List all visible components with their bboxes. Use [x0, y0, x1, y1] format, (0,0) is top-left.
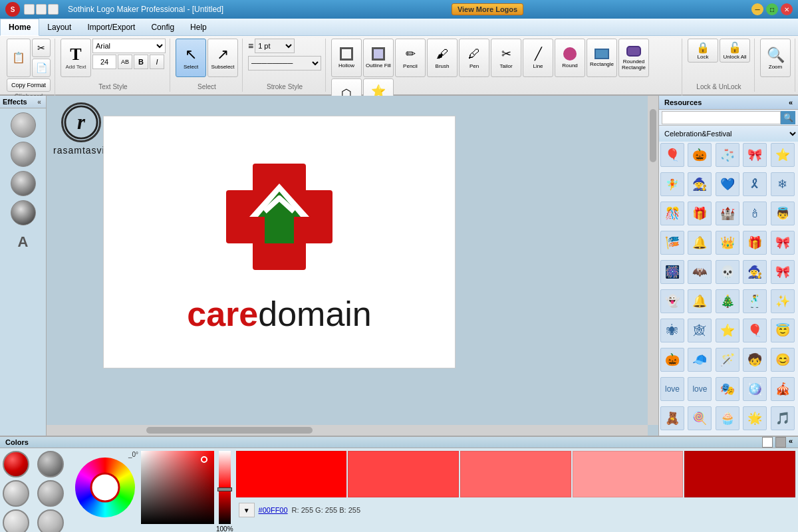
strip-handle[interactable]	[217, 487, 232, 491]
effects-panel-toggle[interactable]: «	[35, 98, 43, 106]
gradient-cursor[interactable]	[201, 456, 207, 463]
round-button[interactable]: Round	[555, 39, 585, 77]
view-more-logos-button[interactable]: View More Logos	[452, 3, 523, 15]
resource-heart[interactable]: 💙	[716, 172, 739, 196]
close-button[interactable]: ✕	[781, 3, 793, 15]
color-circle-dark[interactable]	[37, 451, 64, 477]
resource-child[interactable]: 🧒	[743, 348, 767, 372]
resource-bell2[interactable]: 🔔	[688, 289, 712, 313]
resource-star2[interactable]: ✨	[771, 289, 795, 313]
quick-access-undo[interactable]	[36, 4, 47, 15]
resource-star1[interactable]: ⭐	[771, 143, 795, 167]
quick-access-redo[interactable]	[48, 4, 59, 15]
resource-confetti[interactable]: 🎊	[660, 201, 684, 225]
unlock-all-button[interactable]: 🔓 Unlock All	[720, 39, 750, 63]
font-style-AB-button[interactable]: AB	[118, 55, 132, 69]
resource-balloon[interactable]: 🎈	[660, 143, 684, 167]
resource-crown[interactable]: 👑	[716, 231, 739, 255]
rectangle-button[interactable]: Rectangle	[587, 39, 617, 77]
lock-button[interactable]: 🔒 Lock	[688, 39, 718, 63]
resource-misc1[interactable]: 🎭	[716, 377, 739, 401]
effect-shadow-3[interactable]	[11, 171, 36, 196]
resource-skeleton[interactable]: 💀	[716, 260, 739, 284]
resource-smiley[interactable]: 😊	[771, 348, 795, 372]
resource-angel2[interactable]: 😇	[771, 319, 795, 342]
hollow-button[interactable]: Hollow	[331, 39, 362, 77]
menu-tab-help[interactable]: Help	[182, 19, 215, 36]
resource-tree[interactable]: 🎄	[716, 289, 739, 313]
resource-love[interactable]: love	[660, 377, 684, 401]
stroke-style-select[interactable]: ──────── - - - - -	[248, 56, 321, 70]
resource-wizard[interactable]: 🧙	[688, 172, 712, 196]
color-hex-value[interactable]: #00FF00	[259, 506, 288, 514]
resource-bat[interactable]: 🦇	[688, 260, 712, 284]
resource-fairy[interactable]: 🧚	[660, 172, 684, 196]
quick-access-save[interactable]	[24, 4, 35, 15]
maximize-button[interactable]: □	[766, 3, 778, 15]
color-brightness-strip[interactable]	[219, 451, 231, 524]
copy-button[interactable]: 📄	[32, 59, 51, 77]
resource-star3[interactable]: ⭐	[716, 319, 739, 342]
color-gradient-picker[interactable]	[141, 451, 214, 524]
pen-button[interactable]: 🖊 Pen	[459, 39, 489, 77]
resource-pumpkin[interactable]: 🎃	[688, 143, 712, 167]
category-select[interactable]: Celebration&Festival Animals Business Na…	[659, 126, 798, 142]
resource-person[interactable]: 🕺	[743, 289, 767, 313]
resource-angel[interactable]: 👼	[771, 201, 795, 225]
color-circle-red[interactable]	[3, 451, 29, 477]
menu-tab-import-export[interactable]: Import/Export	[79, 19, 143, 36]
minimize-button[interactable]: ─	[751, 3, 763, 15]
canvas-scrollbar-horizontal[interactable]	[47, 425, 648, 436]
resource-balloon3[interactable]: 🎈	[743, 319, 767, 342]
resource-misc7[interactable]: 🌟	[743, 406, 767, 430]
resource-misc5[interactable]: 🍭	[688, 406, 712, 430]
resource-misc2[interactable]: 🪩	[743, 377, 767, 401]
copy-format-button[interactable]: Copy Format	[7, 78, 51, 92]
zoom-button[interactable]: 🔍 Zoom	[760, 39, 791, 77]
outline-fill-button[interactable]: Outline Fill	[363, 39, 394, 77]
stroke-width-select[interactable]: 1 pt2 pt3 pt	[255, 39, 295, 53]
canvas-vscroll-thumb[interactable]	[650, 109, 656, 162]
resource-castle[interactable]: 🏰	[716, 201, 739, 225]
color-circle-mid[interactable]	[37, 480, 64, 507]
resource-gift2[interactable]: 🎁	[743, 231, 767, 255]
color-swatch-indicator[interactable]	[762, 437, 773, 448]
effect-shadow-2[interactable]	[11, 142, 36, 167]
resource-witch[interactable]: 🧙‍♀️	[743, 260, 767, 284]
italic-button[interactable]: I	[150, 55, 164, 69]
menu-tab-layout[interactable]: Layout	[39, 19, 79, 36]
swatch-red-3[interactable]	[460, 451, 571, 497]
subselect-button[interactable]: ↗ Subselect	[207, 39, 238, 77]
cut-button[interactable]: ✂	[32, 39, 51, 57]
resource-misc4[interactable]: 🧸	[660, 406, 684, 430]
color-bg-indicator[interactable]	[775, 437, 786, 448]
pencil-button[interactable]: ✏ Pencil	[395, 39, 426, 77]
swatch-red-5[interactable]	[684, 451, 795, 497]
rounded-rectangle-button[interactable]: Rounded Rectangle	[618, 39, 649, 77]
resource-balloon2[interactable]: 🎏	[660, 231, 684, 255]
color-panel-toggle[interactable]: «	[789, 437, 793, 448]
resources-search-input[interactable]	[662, 111, 781, 124]
resource-web[interactable]: 🕸	[688, 319, 712, 342]
resource-misc6[interactable]: 🧁	[716, 406, 739, 430]
resource-ghost[interactable]: 👻	[660, 289, 684, 313]
resource-spider[interactable]: 🕷	[660, 319, 684, 342]
resources-panel-toggle[interactable]: «	[789, 98, 793, 106]
effect-text-style[interactable]: A	[11, 229, 36, 255]
resource-misc8[interactable]: 🎵	[771, 406, 795, 430]
resource-love2[interactable]: love	[688, 377, 712, 401]
color-wheel-container[interactable]: _0°	[72, 451, 138, 524]
bold-button[interactable]: B	[134, 55, 148, 69]
canvas-hscroll-thumb[interactable]	[146, 427, 313, 434]
logo-canvas[interactable]: caredomain	[103, 116, 456, 368]
resource-snowflake[interactable]: ❄	[771, 172, 795, 196]
color-circle-light2[interactable]	[3, 509, 29, 532]
resource-gift1[interactable]: 🎁	[688, 201, 712, 225]
font-family-select[interactable]: Arial Times New Roman	[92, 39, 166, 53]
tailor-button[interactable]: ✂ Tailor	[491, 39, 521, 77]
line-button[interactable]: ╱ Line	[523, 39, 553, 77]
resource-candle[interactable]: 🕯	[743, 201, 767, 225]
paste-button[interactable]: 📋	[7, 39, 31, 77]
menu-tab-config[interactable]: Config	[143, 19, 182, 36]
swatch-red-2[interactable]	[348, 451, 459, 497]
